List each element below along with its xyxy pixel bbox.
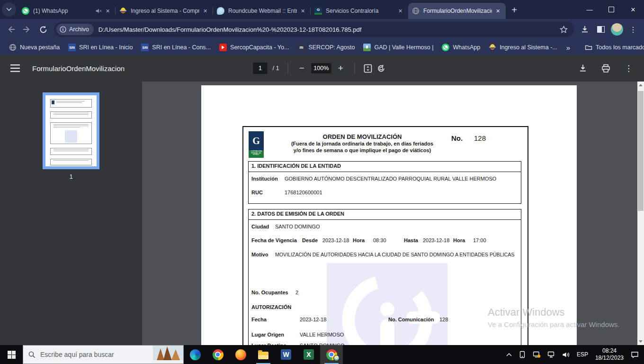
bookmarks-overflow-icon[interactable]: » [562, 44, 575, 52]
downloads-button[interactable] [577, 21, 593, 37]
sri-icon: SRI [68, 44, 76, 51]
institucion-label: Institución [251, 176, 278, 182]
windows-activation-watermark: Activar Windows Ve a Configuración para … [488, 306, 619, 328]
institucion-value: GOBIERNO AUTÓNOMO DESCENTRALIZADO PARROQ… [285, 176, 496, 182]
scroll-down-button[interactable] [637, 338, 644, 345]
new-tab-button[interactable]: + [508, 3, 521, 17]
pdf-download-icon[interactable] [579, 64, 587, 73]
close-icon[interactable]: × [494, 7, 502, 15]
tray-network-button[interactable] [544, 345, 559, 364]
scroll-up-button[interactable] [637, 82, 644, 89]
maximize-button[interactable] [600, 0, 622, 19]
file-explorer-icon [258, 352, 268, 359]
ecuador-crest-icon [489, 44, 496, 51]
tab-search-button[interactable] [2, 2, 16, 17]
taskbar-chrome-button[interactable] [206, 345, 229, 364]
info-icon [60, 26, 66, 33]
scrollbar[interactable] [637, 82, 644, 345]
taskbar: Escribe aquí para buscar W X ESP 08:24 1… [0, 345, 644, 364]
page-thumbnail[interactable] [43, 92, 99, 169]
taskbar-chrome-active-button[interactable] [320, 345, 343, 364]
taskbar-firefox-button[interactable] [229, 345, 252, 364]
ciudad-label: Ciudad [251, 224, 269, 229]
chip-label: Archivo [69, 26, 89, 33]
doc-title: ORDEN DE MOVILIZACIÓN [268, 133, 457, 140]
pdf-menu-icon[interactable] [10, 64, 20, 72]
close-icon[interactable]: × [201, 7, 209, 15]
bookmark-sri-consultas[interactable]: SRI SRI en Línea - Cons... [137, 42, 215, 53]
bookmark-star-icon[interactable] [560, 26, 568, 34]
taskbar-clock[interactable]: 08:24 18/12/2023 [591, 347, 627, 362]
bookmark-ingreso-sistema[interactable]: Ingreso al Sistema -... [484, 42, 562, 53]
notifications-icon [631, 351, 639, 358]
print-icon[interactable] [601, 64, 610, 73]
browser-menu-button[interactable]: ⋮ [625, 21, 641, 37]
window-close-button[interactable]: ✕ [622, 0, 644, 19]
window-controls: — ✕ [579, 0, 644, 19]
taskbar-explorer-button[interactable] [252, 345, 275, 364]
forward-button[interactable] [19, 21, 35, 37]
tab-ingreso-sistema[interactable]: Ingreso al Sistema - Compra × [116, 3, 213, 19]
pdf-document-title: FormularioOrdenMovilizacion [32, 64, 125, 73]
origen-label: Lugar Origen [251, 332, 284, 337]
start-button[interactable] [0, 345, 23, 364]
zoom-in-button[interactable]: + [335, 63, 346, 73]
taskbar-excel-button[interactable]: X [297, 345, 320, 364]
tab-title: Ingreso al Sistema - Compra [131, 8, 199, 14]
doc-no-value: 128 [474, 134, 486, 142]
profile-button[interactable] [609, 21, 625, 37]
tab-formulario-pdf[interactable]: FormularioOrdenMovilizacio × [408, 3, 506, 19]
pdf-viewer: 1 G CONTRALORÍA GENERAL DEL ESTADO ORDEN… [0, 82, 644, 345]
rotate-icon[interactable] [376, 64, 385, 73]
tab-whatsapp[interactable]: (1) WhatsApp × [18, 3, 116, 19]
pdf-more-icon[interactable]: ⋮ [625, 64, 633, 73]
scrollbar-thumb[interactable] [638, 91, 644, 211]
tray-expand-button[interactable] [503, 345, 515, 364]
zoom-level[interactable]: 100% [311, 63, 331, 73]
divider [287, 63, 288, 73]
url-text[interactable]: D:/Users/Master/Downloads/FormularioOrde… [98, 26, 556, 33]
taskbar-edge-button[interactable] [184, 345, 206, 364]
bookmark-whatsapp[interactable]: WhatsApp [438, 42, 484, 53]
desde-label: Desde [302, 237, 318, 243]
close-icon[interactable]: × [396, 7, 404, 15]
tab-roundcube[interactable]: Roundcube Webmail :: Entra × [213, 3, 311, 19]
file-scheme-chip[interactable]: Archivo [56, 24, 94, 35]
destino-value: SANTO DOMINGO [300, 343, 345, 345]
motivo-value: MOVILIZACIÓN DE AUTORIDADES HACIA LA CIU… [275, 252, 514, 257]
language-indicator[interactable]: ESP [573, 345, 591, 364]
tray-volume-button[interactable] [559, 345, 573, 364]
bookmark-sercopcapacita[interactable]: SercopCapacita - Yo... [215, 42, 293, 53]
bookmark-sri-inicio[interactable]: SRI SRI en Línea - Inicio [64, 42, 137, 53]
page-number-input[interactable] [253, 63, 267, 74]
bookmark-sercop-agosto[interactable]: m SERCOP: Agosto [293, 42, 359, 53]
zoom-out-button[interactable]: − [296, 63, 307, 73]
close-icon[interactable]: × [299, 7, 307, 15]
side-panel-button[interactable] [593, 21, 609, 37]
taskbar-search[interactable]: Escribe aquí para buscar [23, 345, 184, 364]
taskbar-word-button[interactable]: W [275, 345, 297, 364]
tray-update-button[interactable] [529, 345, 544, 364]
windows-logo-icon [8, 351, 16, 359]
tray-device-button[interactable] [515, 345, 529, 364]
fecha-label: Fecha [251, 317, 267, 322]
tab-audio-muted-icon[interactable] [95, 8, 102, 14]
minimize-button[interactable]: — [579, 0, 600, 19]
fit-page-icon[interactable] [363, 64, 372, 73]
tab-servicios-contraloria[interactable]: G Servicios Contraloría × [311, 3, 408, 19]
volume-icon [562, 351, 570, 358]
all-bookmarks-button[interactable]: Todos los marcadores [581, 42, 644, 53]
back-button[interactable] [3, 21, 19, 37]
reload-button[interactable] [35, 21, 51, 37]
bookmark-nueva-pestana[interactable]: Nueva pestaña [5, 42, 64, 53]
section-2-title: 2. DATOS DE EMISIÓN DE LA ORDEN [251, 211, 344, 217]
address-bar[interactable]: Archivo D:/Users/Master/Downloads/Formul… [54, 22, 574, 37]
maximize-icon [608, 7, 614, 12]
close-icon[interactable]: × [104, 7, 112, 15]
bookmark-label: Ingreso al Sistema -... [500, 44, 557, 51]
clock-date: 18/12/2023 [595, 355, 624, 362]
search-highlight-image[interactable] [153, 346, 183, 364]
bookmark-gad-valle-hermoso[interactable]: GAD | Valle Hermoso | [359, 42, 438, 53]
action-center-button[interactable] [627, 345, 642, 364]
download-icon [581, 25, 589, 34]
